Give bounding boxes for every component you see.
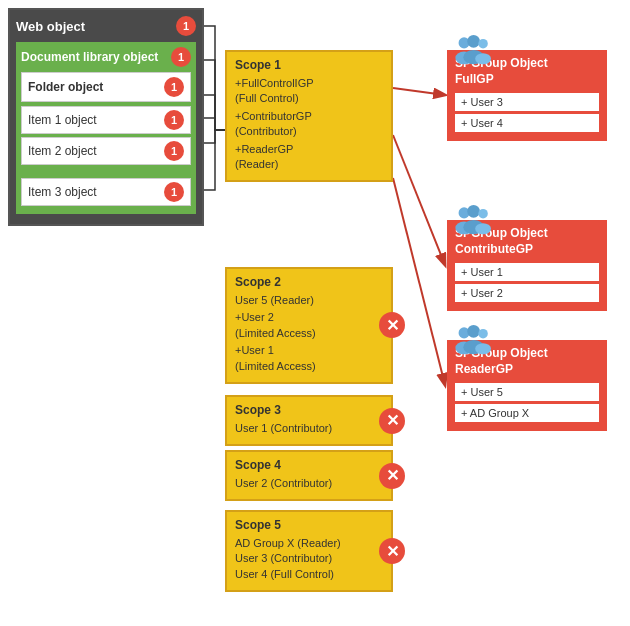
scope-title: Scope 2 — [235, 275, 383, 289]
left-hierarchy-panel: Web object 1 Document library object 1 F… — [8, 8, 204, 226]
scope-subtitle: User 1 (Contributor) — [235, 421, 383, 436]
doc-lib-row: Document library object 1 — [21, 47, 191, 67]
scope-box-scope1: Scope 1+FullControlIGP(Full Control)+Con… — [225, 50, 393, 182]
spgroup-user-row: + User 4 — [455, 114, 599, 132]
scope-close-button[interactable]: ✕ — [379, 408, 405, 434]
scope-entry: +ContributorGP(Contributor) — [235, 109, 383, 140]
item-1-panel: Item 1 object 1 — [21, 106, 191, 134]
scope-subtitle: User 5 (Reader) — [235, 293, 383, 308]
folder-label: Folder object — [28, 80, 103, 94]
web-object-badge: 1 — [176, 16, 196, 36]
scope-title: Scope 5 — [235, 518, 383, 532]
scope-subtitle: AD Group X (Reader)User 3 (Contributor)U… — [235, 536, 383, 582]
arrow-line — [393, 178, 445, 385]
user-group-icon — [453, 32, 491, 68]
scope-entry: +User 1(Limited Access) — [235, 343, 383, 374]
spgroup-user-label: + User 5 — [461, 386, 503, 398]
user-group-icon — [453, 202, 491, 238]
hierarchy-line — [204, 95, 225, 130]
spgroup-user-label: + User 3 — [461, 96, 503, 108]
hierarchy-line — [204, 60, 225, 130]
scope-subtitle: User 2 (Contributor) — [235, 476, 383, 491]
item-3-panel: Item 3 object 1 — [21, 178, 191, 206]
user-group-icon — [453, 322, 491, 358]
scope-close-button[interactable]: ✕ — [379, 312, 405, 338]
scope-entry: +User 2(Limited Access) — [235, 310, 383, 341]
scope-close-button[interactable]: ✕ — [379, 538, 405, 564]
spgroup-user-row: + User 3 — [455, 93, 599, 111]
spgroup-user-label: + User 4 — [461, 117, 503, 129]
scope-title: Scope 1 — [235, 58, 383, 72]
svg-point-15 — [478, 329, 488, 339]
scope-title: Scope 3 — [235, 403, 383, 417]
svg-point-2 — [467, 35, 480, 48]
doc-lib-panel: Document library object 1 Folder object … — [16, 42, 196, 214]
scope-entry: +FullControlIGP(Full Control) — [235, 76, 383, 107]
hierarchy-line — [204, 26, 225, 130]
svg-point-12 — [475, 223, 491, 234]
doc-lib-label: Document library object — [21, 50, 158, 64]
svg-point-3 — [478, 39, 488, 48]
item-3-badge: 1 — [164, 182, 184, 202]
hierarchy-line — [204, 130, 225, 143]
item-3-label: Item 3 object — [28, 185, 97, 199]
hierarchy-line — [204, 130, 225, 190]
doc-lib-badge: 1 — [171, 47, 191, 67]
item-1-label: Item 1 object — [28, 113, 97, 127]
spgroup-user-row: + AD Group X — [455, 404, 599, 422]
hierarchy-line — [204, 118, 225, 130]
scope-close-button[interactable]: ✕ — [379, 463, 405, 489]
scope-box-scope5: Scope 5AD Group X (Reader)User 3 (Contri… — [225, 510, 393, 592]
spgroup-user-label: + User 2 — [461, 287, 503, 299]
svg-point-8 — [467, 205, 480, 218]
arrow-line — [393, 135, 445, 265]
scope-box-scope4: Scope 4User 2 (Contributor)✕ — [225, 450, 393, 501]
spgroup-user-row: + User 2 — [455, 284, 599, 302]
spgroup-user-label: + User 1 — [461, 266, 503, 278]
spgroup-user-row: + User 1 — [455, 263, 599, 281]
scope-title: Scope 4 — [235, 458, 383, 472]
svg-point-9 — [478, 209, 488, 219]
item-1-badge: 1 — [164, 110, 184, 130]
scope-box-scope2: Scope 2User 5 (Reader)+User 2(Limited Ac… — [225, 267, 393, 384]
web-object-row: Web object 1 — [16, 16, 196, 36]
spgroup-user-row: + User 5 — [455, 383, 599, 401]
item-2-badge: 1 — [164, 141, 184, 161]
item-2-panel: Item 2 object 1 — [21, 137, 191, 165]
scope-entry: +ReaderGP(Reader) — [235, 142, 383, 173]
arrow-line — [393, 88, 445, 95]
item-2-label: Item 2 object — [28, 144, 97, 158]
folder-panel: Folder object 1 — [21, 72, 191, 102]
svg-point-18 — [475, 343, 491, 354]
svg-point-6 — [475, 53, 491, 64]
web-object-label: Web object — [16, 19, 85, 34]
spgroup-user-label: + AD Group X — [461, 407, 529, 419]
folder-badge: 1 — [164, 77, 184, 97]
svg-point-14 — [467, 325, 480, 338]
scope-box-scope3: Scope 3User 1 (Contributor)✕ — [225, 395, 393, 446]
